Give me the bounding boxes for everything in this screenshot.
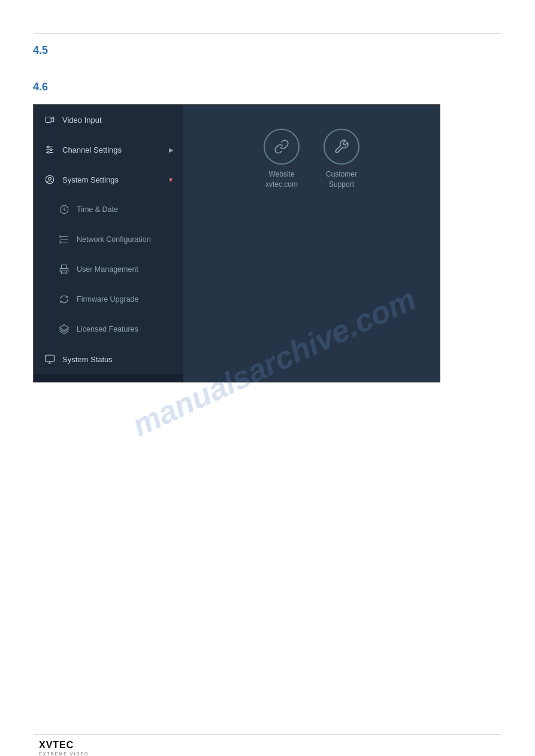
section-45: 4.5: [33, 44, 502, 57]
sidebar-item-channel-settings[interactable]: Channel Settings ▶: [34, 135, 183, 165]
website-icon-circle: [264, 129, 300, 165]
sidebar-label-licensed-features: Licensed Features: [77, 325, 138, 333]
sidebar-item-licensed-features[interactable]: Licensed Features: [34, 314, 183, 344]
print-icon: [58, 263, 71, 276]
settings-sliders-icon: [43, 143, 56, 156]
sidebar-item-system-settings[interactable]: System Settings ▼: [34, 165, 183, 195]
svg-marker-12: [60, 325, 69, 331]
footer-logo-sub: EXTREME VIDEO: [39, 752, 89, 756]
system-settings-arrow: ▼: [168, 177, 174, 183]
layers-icon: [58, 323, 71, 336]
footer: XVTEC EXTREME VIDEO: [39, 740, 89, 756]
customer-support-icon-circle: [324, 129, 359, 165]
clock-icon: [58, 203, 71, 216]
network-icon: [58, 233, 71, 246]
svg-point-5: [47, 151, 49, 153]
bottom-divider: [34, 734, 501, 735]
page-container: 4.5 4.6 Video Input Cha: [0, 33, 535, 756]
sidebar-label-system-settings: System Settings: [62, 175, 119, 184]
user-circle-icon: [43, 173, 56, 186]
section-45-number: 4.5: [33, 44, 48, 56]
sidebar-item-video-input[interactable]: Video Input: [34, 105, 183, 135]
sidebar: Video Input Channel Settings ▶ System Se…: [34, 105, 183, 382]
sidebar-item-time-date[interactable]: Time & Date: [34, 195, 183, 224]
monitor-icon: [43, 353, 56, 366]
section-46-number: 4.6: [33, 81, 48, 93]
sidebar-label-channel-settings: Channel Settings: [62, 145, 122, 154]
svg-point-7: [49, 177, 52, 180]
sidebar-item-user-management[interactable]: User Management: [34, 254, 183, 284]
sidebar-item-system-status[interactable]: System Status: [34, 344, 183, 374]
section-46: 4.6 Video Input Channel Settings: [33, 81, 502, 382]
svg-point-4: [50, 149, 52, 151]
camera-icon: [43, 113, 56, 126]
top-divider: [34, 33, 501, 34]
sidebar-item-firmware-upgrade[interactable]: Firmware Upgrade: [34, 284, 183, 314]
refresh-icon: [58, 293, 71, 306]
sidebar-label-user-management: User Management: [77, 265, 138, 274]
sidebar-item-about[interactable]: About ▼: [34, 374, 183, 382]
sidebar-label-system-status: System Status: [62, 355, 113, 364]
svg-point-3: [47, 146, 49, 148]
screenshot: Video Input Channel Settings ▶ System Se…: [33, 104, 440, 382]
sidebar-label-firmware-upgrade: Firmware Upgrade: [77, 295, 139, 303]
sidebar-item-network-configuration[interactable]: Network Configuration: [34, 224, 183, 254]
sidebar-label-video-input: Video Input: [62, 116, 102, 125]
sidebar-label-time-date: Time & Date: [77, 205, 118, 214]
footer-logo-main: XVTEC: [39, 740, 89, 751]
website-label: Websitexvtec.com: [265, 169, 298, 190]
svg-rect-13: [46, 355, 55, 362]
sidebar-label-network-configuration: Network Configuration: [77, 235, 151, 244]
customer-support-icon-item[interactable]: CustomerSupport: [324, 129, 359, 190]
svg-point-6: [46, 175, 54, 184]
website-icon-item[interactable]: Websitexvtec.com: [264, 129, 300, 190]
customer-support-label: CustomerSupport: [326, 169, 357, 190]
svg-rect-9: [62, 265, 67, 269]
channel-settings-arrow: ▶: [169, 147, 174, 153]
content-area: Websitexvtec.com CustomerSupport: [183, 105, 440, 382]
